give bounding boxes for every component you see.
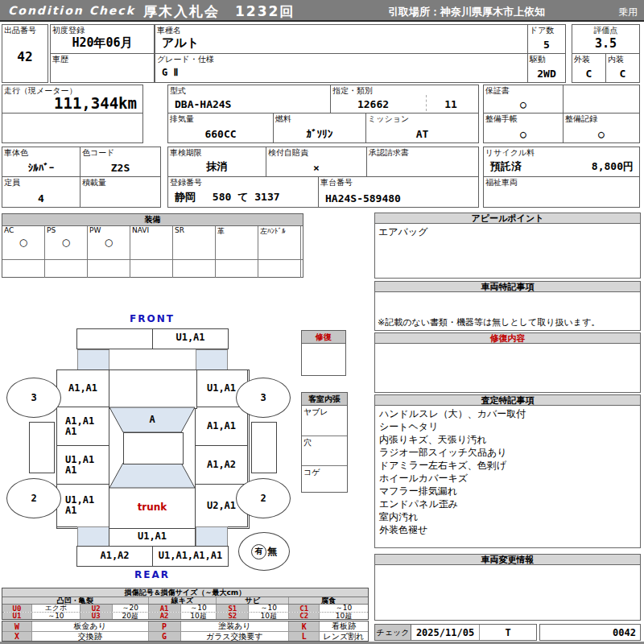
rear-panel: U1,A1	[109, 526, 196, 547]
legend-size: ～10	[181, 605, 217, 612]
color-code-cell: 色コード Z2S	[80, 147, 161, 177]
mark-code: P	[149, 621, 181, 631]
repair-box-title: 修復	[302, 331, 345, 344]
legend-size: ～10	[32, 613, 80, 619]
insurance-label: 検付自賠責	[268, 147, 308, 159]
left-front-fender-panel: A1,A1	[56, 369, 109, 407]
condition-check-sheet: Condition Check 厚木入札会 1232回 引取場所：神奈川県厚木市…	[0, 0, 644, 644]
equipment-col-leather: 革	[216, 226, 258, 278]
transmission-value: AT	[366, 128, 478, 140]
plate-label: 登録番号	[170, 177, 202, 188]
body-color-cell: 車体色 ｼﾙﾊﾞｰ	[2, 147, 80, 177]
check-number: 0042	[539, 624, 641, 641]
grade-value: G Ⅱ	[155, 67, 527, 78]
equipment-empty-row	[130, 259, 172, 278]
drive-value: 2WD	[528, 68, 565, 80]
mark-desc: ガラス交換要す	[181, 632, 290, 641]
exterior-grade-cell: 外装 C	[572, 53, 606, 83]
appeal-content: エアバッグ	[378, 225, 427, 239]
hood-panel	[109, 369, 197, 409]
rear-left-wheel: 2	[6, 478, 61, 518]
exterior-grade-label: 外装	[574, 54, 590, 65]
equipment-empty-row	[2, 259, 44, 278]
displacement-label: 排気量	[170, 114, 194, 125]
windshield-code: A	[109, 407, 196, 432]
vehicle-category: 乗用	[618, 6, 638, 19]
body-color-value: ｼﾙﾊﾞｰ	[2, 162, 80, 174]
rear-right-wheel: 2	[236, 478, 291, 518]
legend-code: U0	[2, 605, 32, 612]
recycle-fee-value: 8,800円	[553, 159, 639, 174]
legend-group-corrosion: 腐食	[289, 597, 368, 604]
equipment-empty-row	[45, 259, 87, 278]
front-label: FRONT	[109, 313, 196, 324]
left-sill-panel	[29, 422, 55, 473]
plate-value: 静岡 580 て 3137	[168, 190, 318, 204]
presence-no: 無	[267, 545, 277, 559]
vehicle-notes-header: 車両特記事項	[374, 281, 641, 292]
equipment-value: ○	[2, 237, 44, 248]
appeal-section-body: エアバッグ	[374, 223, 641, 279]
legend-size: ～10	[249, 605, 289, 612]
legend-code: C2	[289, 613, 320, 619]
doors-cell: ドア数 5	[527, 24, 566, 54]
displacement-value: 660CC	[168, 128, 273, 140]
equipment-empty-row	[301, 259, 303, 278]
legend-code: S1	[217, 605, 249, 612]
score-cell: 評価点 3.5	[572, 24, 640, 54]
left-rear-quarter-panel: U1,A1 A1	[56, 484, 109, 527]
drive-cell: 駆動 2WD	[527, 53, 566, 83]
cabin-row-label: コゲ	[303, 467, 320, 478]
maintenance-book-cell: 整備手帳 ○	[483, 113, 564, 143]
model-value: アルト	[155, 35, 527, 51]
brand-logo: Condition Check	[8, 4, 135, 17]
check-date: 2025/11/05	[411, 625, 480, 640]
rear-bumper-right-codes: U1,A1,A1,A1	[153, 551, 228, 561]
legend-code: U3	[80, 613, 113, 619]
cabin-row-label: 穴	[303, 437, 312, 448]
plate-cell: 登録番号 静岡 580 て 3137	[167, 176, 319, 208]
warranty-extra-cell	[563, 85, 640, 114]
interior-grade-value: C	[606, 68, 639, 80]
legend-code: U1	[2, 613, 32, 619]
mark-desc: 板金あり	[32, 621, 149, 631]
mark-desc: 塗装あり	[181, 621, 290, 631]
equipment-columns: AC ○ PS ○ PW ○ NAVI SR	[2, 226, 303, 278]
inspection-value: 抹消	[168, 159, 266, 174]
rear-left-shade	[77, 526, 109, 547]
pickup-location: 引取場所：神奈川県厚木市上依知	[388, 5, 545, 19]
inspection-label: 車検期限	[170, 147, 202, 159]
auction-title: 厚木入札会 1232回	[143, 2, 295, 21]
mark-desc: 交換跡	[32, 632, 149, 641]
mark-desc: 看板跡	[320, 621, 368, 631]
presence-yes-circled: 有	[251, 544, 266, 559]
maintenance-record-value: ○	[564, 128, 639, 140]
mileage-extra-cell	[2, 113, 143, 143]
equipment-col-sr: SR	[173, 226, 216, 278]
cabin-row-tear: ヤブレ	[302, 406, 347, 436]
welfare-cell: 福祉車両	[483, 176, 640, 208]
load-cell: 積載量	[80, 176, 161, 208]
mark-row-1: W 板金あり P 塗装あり K 看板跡	[2, 621, 368, 631]
capacity-cell: 定員 4	[2, 176, 80, 208]
front-left-shade	[77, 349, 109, 370]
inspection-cell: 車検期限 抹消	[167, 147, 266, 177]
equipment-label: NAVI	[132, 226, 149, 234]
maintenance-book-label: 整備手帳	[485, 114, 518, 125]
maintenance-book-value: ○	[484, 128, 563, 140]
chassis-cell: 車台番号 HA24S-589480	[318, 176, 479, 208]
lot-number-value: 42	[2, 49, 47, 64]
legend-size: 10超	[181, 613, 217, 619]
check-row: チェック 2025/11/05 T	[374, 624, 537, 641]
legend-code: U2	[80, 605, 113, 612]
front-right-shade	[196, 349, 228, 370]
insurance-cell: 検付自賠責 ×	[266, 147, 367, 177]
appeal-section-header: アピールポイント	[374, 213, 641, 224]
mark-legend-table: W 板金あり P 塗装あり K 看板跡 X 交換跡 G ガラス交換要す L レン…	[2, 621, 369, 642]
mark-code: X	[2, 632, 32, 641]
repair-detail-header: 修復内容	[374, 332, 641, 344]
warranty-value: ○	[484, 98, 563, 110]
history-cell: 車歴	[50, 53, 155, 83]
equipment-col-ps: PS ○	[45, 226, 88, 278]
mark-code: G	[149, 632, 181, 641]
